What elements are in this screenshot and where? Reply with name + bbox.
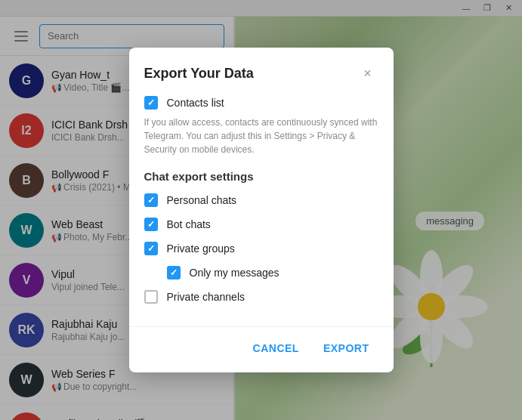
contacts-description: If you allow access, contacts are contin… — [144, 116, 378, 156]
modal-body: ✓ Contacts list If you allow access, con… — [129, 96, 394, 326]
only_my_messages-checkbox-row[interactable]: ✓Only my messages — [167, 266, 378, 279]
bot-checkbox-row[interactable]: ✓Bot chats — [144, 218, 378, 231]
private_channels-checkbox-row[interactable]: Private channels — [144, 290, 378, 304]
export-button[interactable]: EXPORT — [314, 336, 378, 360]
modal-footer: CANCEL EXPORT — [129, 326, 394, 372]
modal-overlay: Export Your Data × ✓ Contacts list If yo… — [0, 0, 522, 420]
private_groups-checkbox-row[interactable]: ✓Private groups — [144, 242, 378, 255]
private_groups-checkbox[interactable]: ✓ — [144, 242, 158, 255]
bot-label: Bot chats — [167, 218, 211, 230]
modal-title: Export Your Data — [144, 66, 254, 82]
only_my_messages-label: Only my messages — [190, 267, 280, 279]
private_channels-label: Private channels — [167, 291, 246, 303]
personal-checkbox-row[interactable]: ✓Personal chats — [144, 193, 378, 207]
bot-checkbox[interactable]: ✓ — [144, 218, 158, 231]
personal-checkmark: ✓ — [147, 196, 155, 205]
private_groups-label: Private groups — [167, 242, 235, 255]
only_my_messages-checkmark: ✓ — [170, 268, 178, 277]
export-modal: Export Your Data × ✓ Contacts list If yo… — [129, 48, 394, 372]
contacts-checkbox[interactable]: ✓ — [144, 96, 158, 110]
bot-checkmark: ✓ — [147, 220, 155, 229]
personal-label: Personal chats — [167, 194, 237, 206]
personal-checkbox[interactable]: ✓ — [144, 193, 158, 207]
contacts-checkbox-row[interactable]: ✓ Contacts list — [144, 96, 378, 110]
only_my_messages-checkbox[interactable]: ✓ — [167, 266, 181, 279]
contacts-checkmark: ✓ — [147, 98, 155, 107]
contacts-label: Contacts list — [167, 97, 224, 109]
cancel-button[interactable]: CANCEL — [244, 336, 308, 360]
modal-header: Export Your Data × — [129, 48, 394, 96]
modal-close-button[interactable]: × — [357, 63, 378, 84]
chat-options: ✓Personal chats✓Bot chats✓Private groups… — [144, 193, 378, 304]
private_channels-checkbox[interactable] — [144, 290, 158, 304]
chat-export-heading: Chat export settings — [144, 170, 378, 183]
private_groups-checkmark: ✓ — [147, 244, 155, 253]
